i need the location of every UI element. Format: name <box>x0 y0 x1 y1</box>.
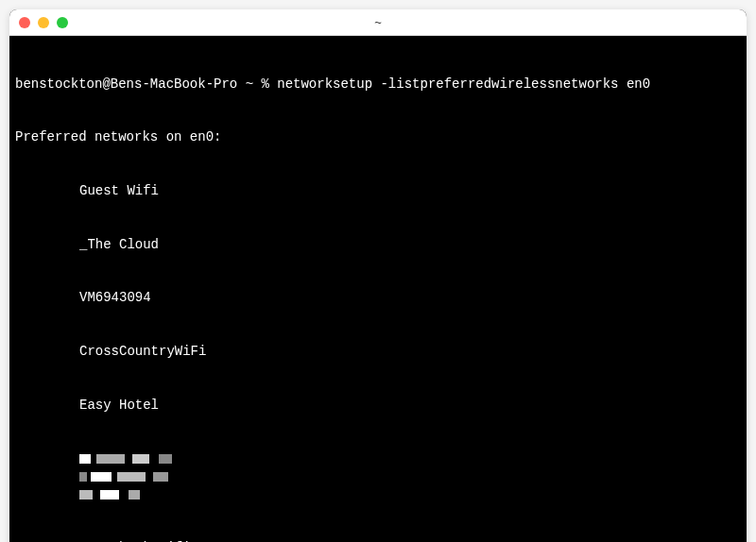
terminal-window: ~ benstockton@Bens-MacBook-Pro ~ % netwo… <box>9 9 747 542</box>
shell-prompt: benstockton@Bens-MacBook-Pro ~ % <box>15 76 277 92</box>
output-header: Preferred networks on en0: <box>15 128 741 146</box>
redacted-networks <box>15 449 741 503</box>
network-entry: _The Cloud <box>15 236 741 254</box>
terminal-output[interactable]: benstockton@Bens-MacBook-Pro ~ % network… <box>9 36 747 542</box>
prompt-line: benstockton@Bens-MacBook-Pro ~ % network… <box>15 76 741 93</box>
redacted-line <box>15 449 741 467</box>
command-text: networksetup -listpreferredwirelessnetwo… <box>277 76 650 92</box>
minimize-icon[interactable] <box>38 17 49 28</box>
network-entry: Easy Hotel <box>15 397 741 415</box>
network-entry: VM6943094 <box>15 289 741 307</box>
network-entry: CrossCountryWiFi <box>15 343 741 361</box>
redacted-line <box>15 467 741 485</box>
maximize-icon[interactable] <box>57 17 68 28</box>
close-icon[interactable] <box>19 17 30 28</box>
traffic-lights <box>19 17 68 28</box>
redacted-line <box>15 485 741 503</box>
network-entry: Guest Wifi <box>15 182 741 200</box>
titlebar[interactable]: ~ <box>9 9 747 36</box>
window-title: ~ <box>374 15 382 29</box>
